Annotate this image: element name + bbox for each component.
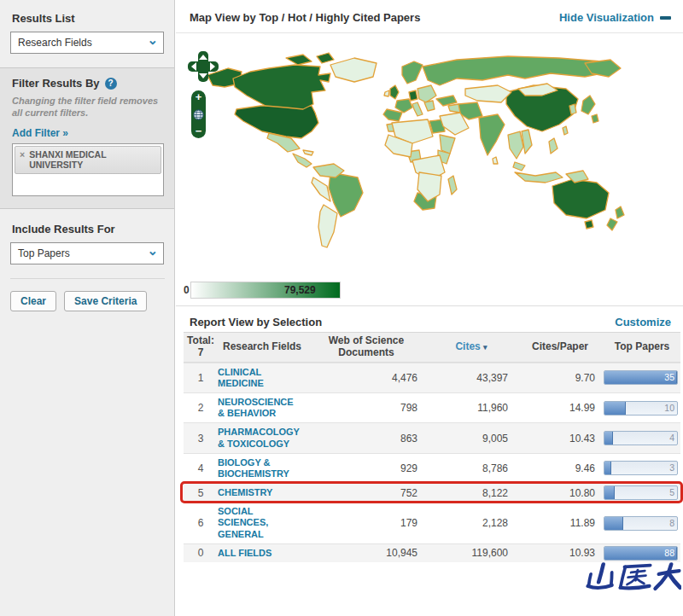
watermark-shanyida [582, 560, 681, 609]
top-papers-bar-fill [604, 432, 613, 445]
results-table: Total:7 Research Fields Web of Science D… [184, 332, 680, 562]
filter-panel: Filter Results By ? Changing the filter … [0, 67, 174, 209]
research-field-link[interactable]: NEUROSCIENCE & BEHAVIOR [218, 393, 300, 422]
filter-chip-shanxi-medical-university[interactable]: × SHANXI MEDICAL UNIVERSITY [15, 146, 161, 174]
research-field-link[interactable]: SOCIAL SCIENCES, GENERAL [218, 503, 300, 543]
country-japan [581, 96, 595, 114]
hide-visualization-link[interactable]: Hide Visualization [559, 11, 671, 24]
top-papers-cell: 8 [604, 516, 680, 531]
column-header-top-papers: Top Papers [604, 339, 680, 356]
top-papers-value: 10 [664, 403, 674, 413]
country-australia [552, 179, 609, 218]
top-papers-cell: 5 [604, 485, 680, 500]
top-papers-cell: 35 [604, 370, 680, 385]
top-papers-cell: 88 [604, 546, 680, 561]
legend-gradient-bar [190, 282, 341, 299]
top-papers-value: 35 [664, 372, 674, 382]
country-madagascar [448, 176, 457, 195]
research-field-link[interactable]: ALL FIELDS [218, 544, 300, 562]
map-zoom-control[interactable]: + − [191, 90, 206, 138]
country-uk [390, 85, 399, 99]
country-indonesia [515, 172, 563, 183]
research-field-link[interactable]: BIOLOGY & BIOCHEMISTRY [218, 454, 300, 483]
customize-link[interactable]: Customize [615, 316, 671, 328]
top-papers-value: 5 [669, 487, 674, 497]
top-papers-bar: 3 [604, 461, 678, 475]
top-papers-bar: 35 [604, 370, 678, 385]
rank-cell: 3 [184, 433, 218, 445]
watermark-glyphs [582, 560, 681, 609]
filter-note: Changing the filter field removes all cu… [12, 96, 164, 119]
help-icon[interactable]: ? [105, 78, 117, 90]
research-field-link[interactable]: CLINICAL MEDICINE [218, 363, 300, 392]
map-pan-control[interactable]: + − [188, 51, 217, 138]
results-list-selected-value: Research Fields [18, 37, 92, 49]
world-map[interactable]: + − [184, 43, 683, 280]
top-papers-bar-fill [604, 402, 626, 415]
world-map-svg [184, 43, 683, 280]
legend-max-value: 79,529 [284, 284, 316, 296]
wos-documents-value: 4,476 [306, 372, 426, 384]
add-filter-link[interactable]: Add Filter » [12, 127, 68, 139]
cites-value: 8,122 [426, 487, 517, 499]
save-criteria-button[interactable]: Save Criteria [64, 291, 147, 311]
top-papers-bar: 88 [604, 546, 678, 561]
cites-value: 8,786 [426, 462, 517, 474]
cites-per-paper-value: 10.80 [517, 487, 604, 499]
pan-cross-icon [188, 51, 219, 82]
map-view-title: Map View by Top / Hot / Highly Cited Pap… [190, 11, 420, 24]
top-papers-bar-fill [604, 517, 623, 530]
results-list-dropdown[interactable]: Research Fields ⌄ [10, 32, 164, 54]
rank-cell: 6 [184, 517, 218, 529]
include-results-selected-value: Top Papers [18, 247, 70, 259]
wos-documents-value: 929 [306, 462, 426, 474]
cites-value: 11,960 [426, 402, 517, 414]
remove-filter-icon[interactable]: × [20, 149, 25, 171]
clear-button[interactable]: Clear [10, 291, 56, 311]
active-filter-listbox: × SHANXI MEDICAL UNIVERSITY [12, 143, 164, 196]
table-row: 4BIOLOGY & BIOCHEMISTRY9298,7869.463 [184, 453, 680, 483]
research-field-link[interactable]: CHEMISTRY [218, 484, 300, 502]
cites-value: 9,005 [426, 433, 517, 445]
research-field-link[interactable]: PHARMACOLOGY & TOXICOLOGY [218, 423, 300, 452]
total-count: Total:7 [184, 333, 218, 362]
include-results-heading: Include Results For [12, 223, 164, 235]
cites-per-paper-value: 14.99 [517, 402, 604, 414]
rank-cell: 4 [184, 462, 218, 474]
wos-documents-value: 798 [306, 402, 426, 414]
map-legend: 0 79,529 [184, 282, 354, 299]
cites-per-paper-value: 10.43 [517, 433, 604, 445]
chevron-down-icon: ⌄ [147, 247, 158, 255]
filter-chip-label: SHANXI MEDICAL UNIVERSITY [29, 149, 156, 171]
country-greenland [330, 58, 377, 82]
globe-icon[interactable] [193, 109, 204, 120]
cites-per-paper-value: 10.93 [517, 547, 604, 559]
top-papers-cell: 3 [604, 461, 680, 475]
top-papers-value: 88 [664, 548, 674, 558]
esi-page: Results List Research Fields ⌄ Filter Re… [0, 0, 683, 616]
top-papers-bar: 10 [604, 401, 678, 416]
table-row: 2NEUROSCIENCE & BEHAVIOR79811,96014.9910 [184, 392, 680, 422]
country-usa [235, 106, 318, 138]
top-papers-bar: 5 [604, 485, 678, 500]
cites-per-paper-value: 9.46 [517, 462, 604, 474]
country-italy [412, 102, 423, 116]
sort-desc-icon: ▾ [483, 343, 487, 352]
column-header-cites[interactable]: Cites ▾ [426, 339, 517, 356]
filter-results-heading: Filter Results By [12, 77, 100, 90]
include-results-dropdown[interactable]: Top Papers ⌄ [10, 242, 164, 264]
table-body: 1CLINICAL MEDICINE4,47643,3979.70352NEUR… [184, 363, 680, 562]
top-papers-value: 3 [669, 462, 674, 473]
country-brazil [329, 172, 363, 217]
table-row: 6SOCIAL SCIENCES, GENERAL1792,12811.898 [184, 502, 680, 543]
zoom-in-icon[interactable]: + [196, 92, 202, 102]
table-row: 5CHEMISTRY7528,12210.805 [184, 483, 680, 502]
cites-value: 2,128 [426, 517, 517, 529]
top-papers-bar-fill [604, 462, 611, 474]
top-papers-bar: 8 [604, 516, 678, 531]
wos-documents-value: 752 [306, 487, 426, 499]
chevron-down-icon: ⌄ [147, 36, 158, 44]
zoom-out-icon[interactable]: − [196, 126, 202, 137]
rank-cell: 5 [184, 487, 218, 499]
country-canada [233, 65, 330, 109]
